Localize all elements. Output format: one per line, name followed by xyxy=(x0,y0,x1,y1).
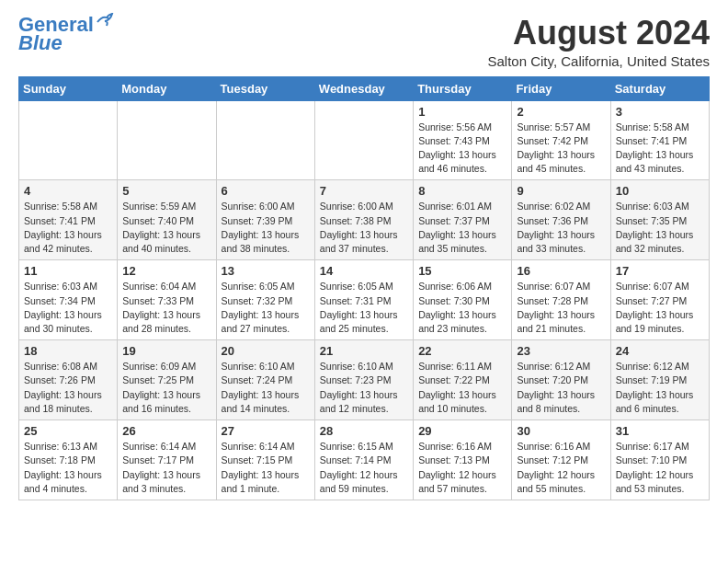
calendar-table: SundayMondayTuesdayWednesdayThursdayFrid… xyxy=(18,76,710,500)
day-number: 26 xyxy=(122,424,210,438)
calendar-cell: 2Sunrise: 5:57 AM Sunset: 7:42 PM Daylig… xyxy=(512,100,610,180)
calendar-cell: 5Sunrise: 5:59 AM Sunset: 7:40 PM Daylig… xyxy=(118,180,216,260)
calendar-cell: 7Sunrise: 6:00 AM Sunset: 7:38 PM Daylig… xyxy=(314,180,413,260)
day-info: Sunrise: 5:58 AM Sunset: 7:41 PM Dayligh… xyxy=(616,121,704,177)
day-info: Sunrise: 5:56 AM Sunset: 7:43 PM Dayligh… xyxy=(418,121,506,177)
col-header-tuesday: Tuesday xyxy=(216,76,314,100)
day-number: 28 xyxy=(320,424,408,438)
day-number: 12 xyxy=(122,264,210,278)
week-row: 4Sunrise: 5:58 AM Sunset: 7:41 PM Daylig… xyxy=(19,180,710,260)
day-number: 3 xyxy=(616,105,704,119)
bird-icon xyxy=(96,13,116,29)
day-info: Sunrise: 6:13 AM Sunset: 7:18 PM Dayligh… xyxy=(24,440,112,496)
day-info: Sunrise: 6:00 AM Sunset: 7:38 PM Dayligh… xyxy=(320,200,408,256)
day-info: Sunrise: 6:12 AM Sunset: 7:19 PM Dayligh… xyxy=(616,360,704,416)
day-info: Sunrise: 5:59 AM Sunset: 7:40 PM Dayligh… xyxy=(122,200,210,256)
day-info: Sunrise: 6:10 AM Sunset: 7:24 PM Dayligh… xyxy=(222,360,310,416)
day-number: 30 xyxy=(517,424,605,438)
calendar-cell: 26Sunrise: 6:14 AM Sunset: 7:17 PM Dayli… xyxy=(118,420,216,500)
calendar-cell: 19Sunrise: 6:09 AM Sunset: 7:25 PM Dayli… xyxy=(118,340,216,420)
day-info: Sunrise: 6:07 AM Sunset: 7:27 PM Dayligh… xyxy=(616,280,704,336)
day-number: 16 xyxy=(517,264,605,278)
day-info: Sunrise: 6:00 AM Sunset: 7:39 PM Dayligh… xyxy=(222,200,310,256)
calendar-cell: 1Sunrise: 5:56 AM Sunset: 7:43 PM Daylig… xyxy=(414,100,512,180)
calendar-cell: 31Sunrise: 6:17 AM Sunset: 7:10 PM Dayli… xyxy=(610,420,709,500)
day-number: 22 xyxy=(418,344,506,358)
day-info: Sunrise: 6:16 AM Sunset: 7:13 PM Dayligh… xyxy=(418,440,506,496)
calendar-cell: 13Sunrise: 6:05 AM Sunset: 7:32 PM Dayli… xyxy=(216,260,314,340)
day-number: 1 xyxy=(418,105,506,119)
day-info: Sunrise: 6:10 AM Sunset: 7:23 PM Dayligh… xyxy=(320,360,408,416)
day-number: 11 xyxy=(24,264,112,278)
day-number: 18 xyxy=(24,344,112,358)
calendar-cell xyxy=(19,100,118,180)
calendar-cell: 17Sunrise: 6:07 AM Sunset: 7:27 PM Dayli… xyxy=(610,260,709,340)
day-number: 27 xyxy=(222,424,310,438)
calendar-cell: 18Sunrise: 6:08 AM Sunset: 7:26 PM Dayli… xyxy=(19,340,118,420)
col-header-wednesday: Wednesday xyxy=(314,76,413,100)
calendar-cell xyxy=(118,100,216,180)
week-row: 11Sunrise: 6:03 AM Sunset: 7:34 PM Dayli… xyxy=(19,260,710,340)
day-info: Sunrise: 6:15 AM Sunset: 7:14 PM Dayligh… xyxy=(320,440,408,496)
day-number: 8 xyxy=(418,184,506,198)
calendar-cell: 24Sunrise: 6:12 AM Sunset: 7:19 PM Dayli… xyxy=(610,340,709,420)
header-row: SundayMondayTuesdayWednesdayThursdayFrid… xyxy=(19,76,710,100)
day-info: Sunrise: 6:14 AM Sunset: 7:17 PM Dayligh… xyxy=(122,440,210,496)
day-info: Sunrise: 6:05 AM Sunset: 7:32 PM Dayligh… xyxy=(222,280,310,336)
col-header-sunday: Sunday xyxy=(19,76,118,100)
day-info: Sunrise: 6:12 AM Sunset: 7:20 PM Dayligh… xyxy=(517,360,605,416)
day-number: 6 xyxy=(222,184,310,198)
day-number: 13 xyxy=(222,264,310,278)
calendar-cell: 29Sunrise: 6:16 AM Sunset: 7:13 PM Dayli… xyxy=(414,420,512,500)
location-subtitle: Salton City, California, United States xyxy=(487,53,710,69)
header: General Blue August 2024 Salton City, Ca… xyxy=(18,15,710,69)
logo: General Blue xyxy=(18,15,116,53)
day-info: Sunrise: 6:14 AM Sunset: 7:15 PM Dayligh… xyxy=(222,440,310,496)
day-info: Sunrise: 6:16 AM Sunset: 7:12 PM Dayligh… xyxy=(517,440,605,496)
week-row: 25Sunrise: 6:13 AM Sunset: 7:18 PM Dayli… xyxy=(19,420,710,500)
calendar-cell: 8Sunrise: 6:01 AM Sunset: 7:37 PM Daylig… xyxy=(414,180,512,260)
day-number: 29 xyxy=(418,424,506,438)
day-info: Sunrise: 6:09 AM Sunset: 7:25 PM Dayligh… xyxy=(122,360,210,416)
title-area: August 2024 Salton City, California, Uni… xyxy=(487,15,710,69)
day-number: 23 xyxy=(517,344,605,358)
calendar-cell: 9Sunrise: 6:02 AM Sunset: 7:36 PM Daylig… xyxy=(512,180,610,260)
day-number: 31 xyxy=(616,424,704,438)
day-number: 4 xyxy=(24,184,112,198)
month-title: August 2024 xyxy=(487,15,710,52)
day-number: 10 xyxy=(616,184,704,198)
day-number: 5 xyxy=(122,184,210,198)
calendar-cell xyxy=(216,100,314,180)
calendar-cell: 10Sunrise: 6:03 AM Sunset: 7:35 PM Dayli… xyxy=(610,180,709,260)
calendar-cell: 27Sunrise: 6:14 AM Sunset: 7:15 PM Dayli… xyxy=(216,420,314,500)
day-info: Sunrise: 6:07 AM Sunset: 7:28 PM Dayligh… xyxy=(517,280,605,336)
day-info: Sunrise: 6:02 AM Sunset: 7:36 PM Dayligh… xyxy=(517,200,605,256)
day-info: Sunrise: 6:08 AM Sunset: 7:26 PM Dayligh… xyxy=(24,360,112,416)
day-info: Sunrise: 5:57 AM Sunset: 7:42 PM Dayligh… xyxy=(517,121,605,177)
logo-blue: Blue xyxy=(18,31,63,54)
calendar-cell: 16Sunrise: 6:07 AM Sunset: 7:28 PM Dayli… xyxy=(512,260,610,340)
week-row: 18Sunrise: 6:08 AM Sunset: 7:26 PM Dayli… xyxy=(19,340,710,420)
day-number: 15 xyxy=(418,264,506,278)
day-number: 21 xyxy=(320,344,408,358)
day-number: 25 xyxy=(24,424,112,438)
day-info: Sunrise: 6:05 AM Sunset: 7:31 PM Dayligh… xyxy=(320,280,408,336)
day-number: 14 xyxy=(320,264,408,278)
day-number: 17 xyxy=(616,264,704,278)
calendar-cell: 30Sunrise: 6:16 AM Sunset: 7:12 PM Dayli… xyxy=(512,420,610,500)
day-info: Sunrise: 6:01 AM Sunset: 7:37 PM Dayligh… xyxy=(418,200,506,256)
calendar-cell: 14Sunrise: 6:05 AM Sunset: 7:31 PM Dayli… xyxy=(314,260,413,340)
calendar-cell: 28Sunrise: 6:15 AM Sunset: 7:14 PM Dayli… xyxy=(314,420,413,500)
calendar-cell: 6Sunrise: 6:00 AM Sunset: 7:39 PM Daylig… xyxy=(216,180,314,260)
calendar-cell: 25Sunrise: 6:13 AM Sunset: 7:18 PM Dayli… xyxy=(19,420,118,500)
calendar-cell: 4Sunrise: 5:58 AM Sunset: 7:41 PM Daylig… xyxy=(19,180,118,260)
day-info: Sunrise: 6:03 AM Sunset: 7:34 PM Dayligh… xyxy=(24,280,112,336)
week-row: 1Sunrise: 5:56 AM Sunset: 7:43 PM Daylig… xyxy=(19,100,710,180)
day-info: Sunrise: 6:17 AM Sunset: 7:10 PM Dayligh… xyxy=(616,440,704,496)
day-info: Sunrise: 6:03 AM Sunset: 7:35 PM Dayligh… xyxy=(616,200,704,256)
day-number: 7 xyxy=(320,184,408,198)
col-header-saturday: Saturday xyxy=(610,76,709,100)
calendar-cell: 22Sunrise: 6:11 AM Sunset: 7:22 PM Dayli… xyxy=(414,340,512,420)
calendar-cell: 12Sunrise: 6:04 AM Sunset: 7:33 PM Dayli… xyxy=(118,260,216,340)
calendar-cell: 3Sunrise: 5:58 AM Sunset: 7:41 PM Daylig… xyxy=(610,100,709,180)
